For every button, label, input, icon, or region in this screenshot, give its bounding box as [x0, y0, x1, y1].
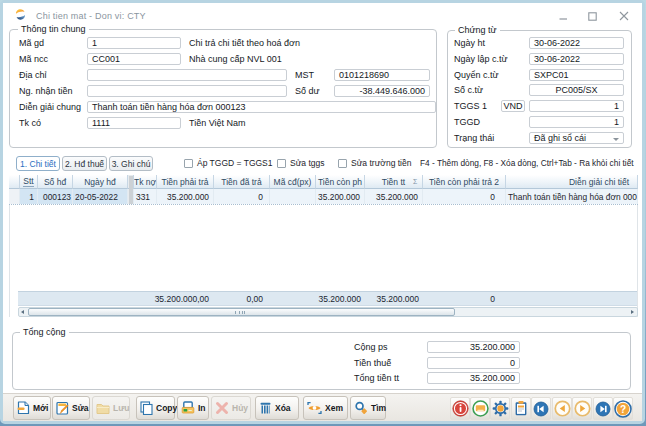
field-quyen-ctu[interactable]: SXPC01: [529, 69, 624, 81]
text-tk-co-desc: Tiền Việt Nam: [189, 117, 246, 129]
field-tggd[interactable]: 1: [529, 116, 624, 128]
grid-header-dien-giai[interactable]: Diễn giải chi tiết: [506, 175, 638, 189]
grid-header-tien-phai-tra[interactable]: Tiền phải trả: [157, 175, 214, 189]
notes-button[interactable]: [470, 397, 490, 420]
field-tk-co-value: 1111: [92, 118, 110, 128]
field-dia-chi[interactable]: [87, 69, 287, 81]
trash-icon: [259, 401, 272, 415]
grid-empty-row-divider: [9, 204, 638, 205]
grid-cell-ngay-hd[interactable]: 20-05-2022: [73, 189, 128, 204]
nav-next-button[interactable]: [572, 397, 592, 420]
grid-header-ngay-hd-label: Ngày hđ: [84, 177, 116, 187]
tab-hd-thue[interactable]: 2. Hđ thuế: [62, 156, 107, 171]
field-dien-giai-chung[interactable]: Thanh toán tiền hàng hóa đơn 000123: [87, 101, 436, 113]
grid-header-tien-con-phai-tra-2[interactable]: Tiền còn phải trả 2: [423, 175, 506, 189]
minimize-button[interactable]: [554, 9, 572, 23]
toolbar-button-moi-label: Mới: [33, 403, 49, 413]
tab-ghi-chu-label: 3. Ghi chú: [112, 159, 151, 169]
grid-cell-tk-no[interactable]: 331: [134, 189, 157, 204]
nav-prev-button[interactable]: [552, 397, 572, 420]
field-so-ctu[interactable]: PC005/SX: [529, 84, 624, 96]
field-ngay-lap-ctu[interactable]: 30-06-2022: [529, 53, 624, 65]
scroll-left-arrow-icon[interactable]: [21, 310, 24, 314]
field-tong-tien-tt[interactable]: 35.200.000: [427, 372, 520, 384]
text-keyboard-hint: F4 - Thêm dòng, F8 - Xóa dòng, Ctrl+Tab …: [420, 158, 634, 169]
toolbar-button-luu-label: Lưu: [113, 403, 130, 413]
toolbar-button-in-label: In: [198, 403, 206, 413]
field-trang-thai-dropdown[interactable]: Đã ghi sổ cái: [529, 132, 624, 144]
field-ngay-ht[interactable]: 30-06-2022: [529, 37, 624, 49]
grid-cell-tien-phai-tra[interactable]: 35.200.000: [157, 189, 214, 204]
grid-cell-so-hd[interactable]: 000123: [38, 189, 73, 204]
gear-icon: [492, 400, 509, 417]
grid-header-stt[interactable]: Stt: [20, 175, 38, 189]
toolbar-button-xoa[interactable]: Xóa: [255, 396, 299, 420]
checkbox-sua-tggs[interactable]: [277, 159, 286, 168]
grid-cell-tien-da-tra-value: 0: [258, 192, 263, 202]
toolbar-button-moi[interactable]: Mới: [13, 396, 51, 420]
field-tggs1-currency[interactable]: VND: [501, 100, 525, 112]
scroll-right-arrow-icon[interactable]: [631, 310, 634, 314]
grid-cell-dien-giai[interactable]: Thanh toán tiền hàng hóa đơn 0001: [506, 189, 638, 204]
field-ng-nhan-tien[interactable]: [87, 85, 287, 97]
field-cong-ps[interactable]: 35.200.000: [427, 341, 520, 353]
grid-header-tien-da-tra[interactable]: Tiền đã trả: [214, 175, 270, 189]
close-button[interactable]: [615, 9, 633, 23]
label-tien-thue: Tiền thuế: [354, 357, 391, 369]
checkbox-sua-truong-tien[interactable]: [338, 159, 347, 168]
toolbar-button-huy[interactable]: Hủy: [211, 396, 251, 420]
tab-chi-tiet[interactable]: 1. Chi tiết: [16, 156, 60, 171]
toolbar-button-copy[interactable]: Copy: [136, 396, 175, 420]
help-icon: ?: [614, 400, 632, 418]
grid-cell-ngay-hd-value: 20-05-2022: [75, 192, 118, 202]
grid-cell-tien-con-ph[interactable]: 35.200.000: [316, 189, 365, 204]
field-so-du-value: -38.449.646.000: [359, 86, 425, 96]
grid-header-ma-cd[interactable]: Mã cđ(px): [270, 175, 316, 189]
grid-cell-tien-con-phai-tra-2[interactable]: 0: [423, 189, 506, 204]
label-so-ctu: Số c.từ: [454, 84, 483, 96]
grid-header-tien-con-ph-label: Tiền còn ph: [318, 177, 362, 187]
grid-splitter-bar[interactable]: [129, 176, 133, 204]
grid-cell-tien-tt[interactable]: 35.200.000: [365, 189, 423, 204]
info-button[interactable]: [450, 397, 470, 420]
nav-first-button[interactable]: [531, 397, 551, 420]
field-ma-ncc[interactable]: CC001: [87, 53, 181, 65]
grid-cell-dien-giai-value: Thanh toán tiền hàng hóa đơn 0001: [508, 192, 638, 202]
field-tk-co[interactable]: 1111: [87, 117, 181, 129]
tab-ghi-chu[interactable]: 3. Ghi chú: [109, 156, 153, 171]
toolbar-button-tim[interactable]: Tìm: [350, 396, 386, 420]
grid-cell-stt[interactable]: 1: [20, 189, 38, 204]
field-so-du[interactable]: -38.449.646.000: [334, 85, 430, 97]
nav-last-button[interactable]: [593, 397, 613, 420]
app-window: Chi tien mat - Don vi: CTY Thông tin chu…: [0, 0, 645, 424]
help-button[interactable]: ?: [613, 397, 633, 420]
maximize-button[interactable]: [583, 9, 601, 23]
new-document-icon: [17, 401, 30, 415]
maximize-icon: [588, 12, 597, 21]
toolbar-button-sua[interactable]: Sửa: [52, 396, 90, 420]
report-button[interactable]: [511, 397, 531, 420]
grid-header-ngay-hd[interactable]: Ngày hđ: [73, 175, 128, 189]
field-tggs1[interactable]: 1: [529, 100, 624, 112]
grid-header-tk-no[interactable]: Tk nợ: [134, 175, 157, 189]
grid-header-so-hd[interactable]: Số hđ: [38, 175, 73, 189]
window-title: Chi tien mat - Don vi: CTY: [36, 11, 146, 21]
field-ma-gd[interactable]: 1: [87, 37, 181, 49]
toolbar-button-xoa-label: Xóa: [275, 403, 291, 413]
h-scrollbar-thumb[interactable]: [28, 308, 455, 316]
field-ngay-ht-value: 30-06-2022: [534, 38, 580, 48]
title-bar: Chi tien mat - Don vi: CTY: [3, 3, 642, 24]
toolbar-button-luu[interactable]: Lưu: [92, 396, 130, 420]
grid-cell-tien-con-ph-value: 35.200.000: [318, 192, 360, 202]
grid-cell-tien-da-tra[interactable]: 0: [214, 189, 270, 204]
grid-cell-tien-phai-tra-value: 35.200.000: [167, 192, 209, 202]
toolbar-button-xem[interactable]: Xem: [303, 396, 348, 420]
toolbar-button-in[interactable]: In: [177, 396, 209, 420]
grid-header-tien-con-ph[interactable]: Tiền còn ph: [316, 175, 365, 189]
field-mst[interactable]: 0101218690: [334, 69, 430, 81]
checkbox-ap-tggd[interactable]: [184, 159, 193, 168]
settings-button[interactable]: [490, 397, 510, 420]
field-cong-ps-value: 35.200.000: [470, 342, 515, 352]
field-tien-thue[interactable]: 0: [427, 357, 520, 369]
grid-cell-ma-cd[interactable]: [270, 189, 316, 204]
